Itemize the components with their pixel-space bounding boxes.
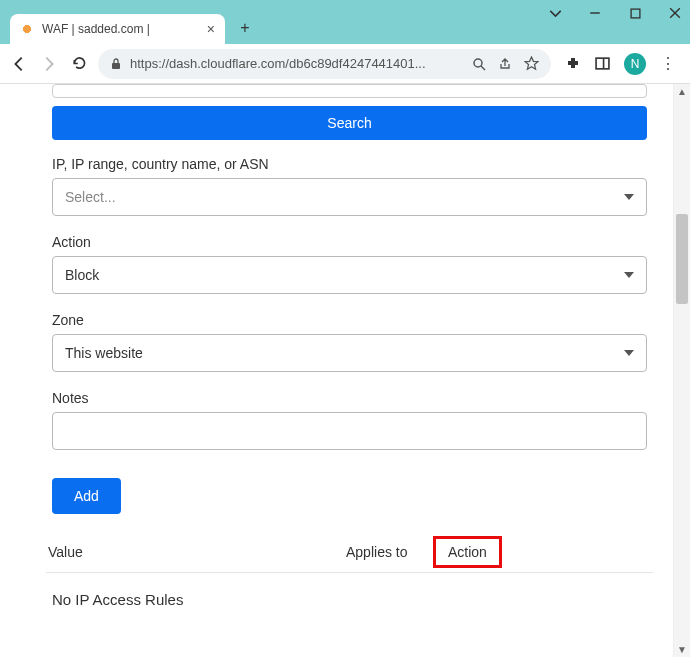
chevron-down-icon <box>624 272 634 278</box>
action-label: Action <box>52 234 653 250</box>
ip-label: IP, IP range, country name, or ASN <box>52 156 653 172</box>
svg-point-3 <box>474 59 482 67</box>
chevron-down-icon[interactable] <box>548 6 562 20</box>
svg-line-4 <box>481 66 485 70</box>
ip-select[interactable]: Select... <box>52 178 647 216</box>
minimize-icon[interactable] <box>588 6 602 20</box>
svg-rect-5 <box>596 58 609 69</box>
chevron-down-icon <box>624 194 634 200</box>
chevron-down-icon <box>624 350 634 356</box>
browser-tab[interactable]: WAF | sadded.com | × <box>10 14 225 44</box>
close-tab-icon[interactable]: × <box>207 21 215 37</box>
notes-label: Notes <box>52 390 653 406</box>
zone-select-value: This website <box>65 345 143 361</box>
scrollbar-track[interactable]: ▲ ▼ <box>674 84 690 657</box>
svg-rect-2 <box>112 63 120 69</box>
close-window-icon[interactable] <box>668 6 682 20</box>
table-header: Value Applies to Action <box>46 540 653 573</box>
url-text: https://dash.cloudflare.com/db6c89df4247… <box>130 56 464 71</box>
menu-icon[interactable]: ⋮ <box>660 54 676 73</box>
scroll-down-icon[interactable]: ▼ <box>677 644 687 655</box>
search-input-partial[interactable] <box>52 84 647 98</box>
zone-select[interactable]: This website <box>52 334 647 372</box>
cloudflare-favicon <box>20 22 34 36</box>
col-action-highlighted: Action <box>433 536 502 568</box>
tab-title: WAF | sadded.com | <box>42 22 150 36</box>
forward-button[interactable] <box>38 53 60 75</box>
share-icon[interactable] <box>498 57 512 71</box>
bookmark-star-icon[interactable] <box>524 56 539 71</box>
col-applies-to: Applies to <box>346 544 441 560</box>
svg-rect-1 <box>631 9 640 18</box>
zone-label: Zone <box>52 312 653 328</box>
browser-toolbar: https://dash.cloudflare.com/db6c89df4247… <box>0 44 690 84</box>
empty-state: No IP Access Rules <box>46 573 653 626</box>
back-button[interactable] <box>8 53 30 75</box>
maximize-icon[interactable] <box>628 6 642 20</box>
add-button[interactable]: Add <box>52 478 121 514</box>
lock-icon <box>110 57 122 70</box>
col-value: Value <box>46 544 346 560</box>
search-icon[interactable] <box>472 57 486 71</box>
scrollbar-thumb[interactable] <box>676 214 688 304</box>
profile-avatar[interactable]: N <box>624 53 646 75</box>
sidepanel-icon[interactable] <box>595 56 610 71</box>
extensions-icon[interactable] <box>565 56 581 72</box>
reload-button[interactable] <box>68 53 90 75</box>
notes-input[interactable] <box>52 412 647 450</box>
action-select-value: Block <box>65 267 99 283</box>
new-tab-button[interactable]: + <box>231 14 259 42</box>
address-bar[interactable]: https://dash.cloudflare.com/db6c89df4247… <box>98 49 551 79</box>
scroll-up-icon[interactable]: ▲ <box>677 86 687 97</box>
action-select[interactable]: Block <box>52 256 647 294</box>
search-button[interactable]: Search <box>52 106 647 140</box>
ip-select-value: Select... <box>65 189 116 205</box>
